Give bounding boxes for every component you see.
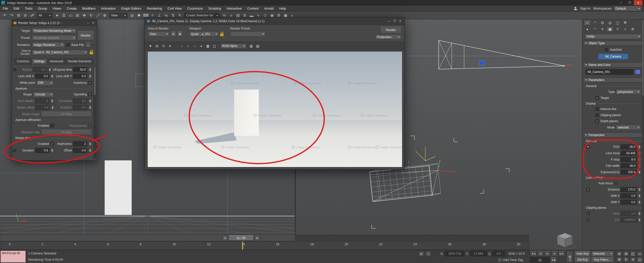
menu-item[interactable]: Scripting [206, 7, 224, 10]
files-button[interactable]: ... [85, 42, 91, 47]
spinner[interactable] [638, 170, 641, 175]
camera-plugin-dropdown[interactable]: Indigo [585, 34, 641, 39]
diffraction-enabled-checkbox[interactable] [50, 124, 54, 127]
redo-icon[interactable]: ↷ [8, 12, 15, 19]
field-of-view-icon[interactable]: ∢ [630, 257, 636, 262]
tab-settings[interactable]: Settings [31, 58, 47, 64]
auto-key-button[interactable]: Auto Key [574, 251, 591, 256]
shapes-category-icon[interactable]: ◠ [591, 27, 598, 32]
go-to-end-icon[interactable]: ►► [558, 251, 565, 256]
time-slider[interactable]: ◄ 11 / 30 ► [0, 234, 295, 241]
orbit-icon[interactable]: ↻ [623, 257, 629, 262]
menu-item[interactable]: Civil View [165, 7, 184, 10]
render-button[interactable]: Render [77, 31, 94, 40]
select-by-name-icon[interactable]: ☰ [60, 12, 67, 19]
param-lead-radio[interactable] [586, 170, 590, 174]
param-lead-radio[interactable] [586, 145, 590, 148]
select-and-manipulate-icon[interactable]: ✱ [136, 12, 142, 19]
near-field[interactable]: 1.0 [621, 211, 637, 216]
param-value-field[interactable]: 43.445 [621, 151, 637, 156]
duration-checkbox[interactable] [13, 149, 16, 152]
sign-in-link[interactable]: Sign In [580, 7, 590, 10]
coord-y-field[interactable]: 17.594 [470, 251, 487, 256]
green-channel-icon[interactable]: ● [185, 43, 191, 49]
dialog-scrollbar[interactable] [93, 66, 96, 159]
create-tab[interactable]: + [584, 20, 591, 25]
previous-frame-arrow-icon[interactable]: ◄ [222, 235, 228, 241]
undo-icon[interactable]: ↶ [2, 12, 8, 19]
spinner[interactable] [638, 187, 641, 192]
go-to-start-icon[interactable]: ◄◄ [530, 251, 537, 256]
menu-item[interactable]: Group [35, 7, 50, 10]
spinner[interactable] [638, 151, 641, 156]
depth-planes-checkbox[interactable] [595, 119, 599, 123]
close-icon[interactable]: ✕ [398, 19, 402, 23]
target-dropdown[interactable]: Production Rendering Mode [32, 28, 76, 33]
param-value-field[interactable]: 36.0 [621, 163, 637, 168]
zoom-region-icon[interactable]: ▭ [637, 251, 643, 256]
autogrid-checkbox[interactable] [605, 48, 608, 51]
auto-focus-checkbox[interactable] [614, 181, 618, 185]
save-image-icon[interactable]: ▼ [147, 43, 153, 49]
close-icon[interactable]: ✕ [634, 0, 642, 5]
isolate-selection-icon[interactable]: ⊘ [418, 251, 424, 256]
preset-dropdown[interactable]: No preset selected [32, 35, 76, 40]
go-to-end-icon[interactable]: ►▮ [550, 257, 557, 263]
shape-dropdown[interactable]: Circular [33, 92, 54, 97]
render-preset-dropdown[interactable] [230, 31, 266, 37]
lens-shift-y-field[interactable]: 0.0 [73, 74, 87, 79]
spinner[interactable] [88, 105, 92, 110]
rotation-field[interactable]: 0.0 [73, 105, 87, 110]
systems-category-icon[interactable]: ⚙ [629, 27, 636, 32]
menu-item[interactable]: Graph Editors [118, 7, 144, 10]
param-lead-radio[interactable] [586, 151, 590, 155]
keyframes-field[interactable]: 2 [73, 141, 87, 146]
blue-channel-icon[interactable]: ● [192, 43, 198, 49]
hierarchy-tab[interactable]: ⊟ [599, 20, 606, 25]
lights-category-icon[interactable]: ☀ [599, 27, 606, 32]
shape-image-map-button[interactable]: No Map [41, 112, 92, 117]
maximize-viewport-icon[interactable]: ◱ [637, 257, 643, 262]
window-crossing-icon[interactable]: ⊞ [74, 12, 81, 19]
shift-x-field[interactable]: 0.0 [621, 193, 637, 198]
radius-checkbox[interactable] [13, 68, 16, 71]
camera-type-dropdown[interactable]: perspective [616, 89, 641, 94]
select-and-move-icon[interactable]: ✥ [81, 12, 88, 19]
tab-advanced[interactable]: Advanced [47, 58, 65, 64]
target-checkbox[interactable] [595, 96, 599, 100]
menu-item[interactable]: Modifiers [79, 7, 98, 10]
color-swatch-icon[interactable]: ▢ [211, 43, 217, 49]
alpha-channel-icon[interactable]: ▦ [205, 43, 211, 49]
view-to-render-dropdown[interactable]: Quad 4 - IM_Camera_001 [32, 50, 88, 55]
object-type-rollout-header[interactable]: Object Type [583, 41, 643, 46]
blades-offset-field[interactable]: 0.4 [36, 105, 50, 110]
bind-to-space-warp-icon[interactable]: ☍ [29, 12, 36, 19]
maxscript-mini-listener[interactable]: MAXScript Mi [1, 251, 26, 262]
distance-field[interactable]: 170.0 [621, 187, 637, 192]
spinner[interactable] [638, 193, 641, 198]
color-correction-icon[interactable]: ▧ [248, 43, 254, 49]
helpers-category-icon[interactable]: ⌖ [614, 27, 621, 32]
select-and-place-icon[interactable]: ⊕ [101, 12, 108, 19]
area-to-render-dropdown[interactable]: View [148, 31, 170, 37]
spinner[interactable] [638, 200, 641, 205]
minimize-icon[interactable]: ─ [86, 21, 90, 25]
menu-item[interactable]: Content [244, 7, 262, 10]
spinner[interactable] [51, 105, 54, 110]
use-pivot-center-icon[interactable]: ◎ [129, 12, 136, 19]
name-color-rollout-header[interactable]: Name and Color [583, 62, 643, 67]
tab-render-elements[interactable]: Render Elements [65, 58, 94, 64]
save-file-checkbox[interactable] [66, 43, 70, 47]
menu-item[interactable]: Edit [11, 7, 22, 10]
menu-item[interactable]: Rendering [144, 7, 165, 10]
radius-field[interactable]: 0.1 [33, 67, 47, 72]
render-setup-title-bar[interactable]: Render Setup: Indigo 4.2.21 (0... ─ ✕ [12, 20, 97, 26]
zoom-extents-icon[interactable]: ◰ [630, 251, 636, 256]
minimize-icon[interactable]: ─ [617, 0, 625, 5]
coord-z-field[interactable]: 0.0 [492, 251, 505, 256]
im-camera-button[interactable]: IM_Camera [598, 54, 628, 60]
panel-scrollbar[interactable] [642, 19, 644, 250]
autofocus-checkbox[interactable] [88, 81, 92, 85]
select-and-link-icon[interactable]: ⧉ [15, 12, 22, 19]
set-keys-button[interactable] [566, 251, 573, 263]
